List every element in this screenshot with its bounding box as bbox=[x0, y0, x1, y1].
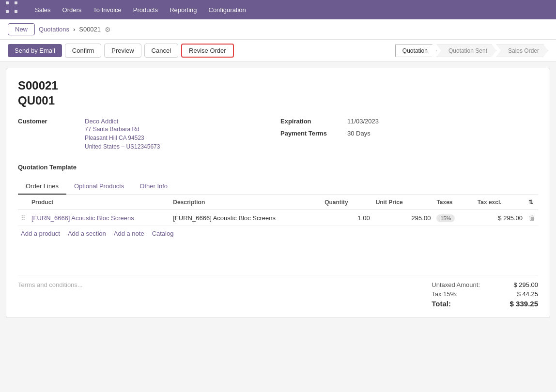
status-trail: Quotation Quotation Sent Sales Order bbox=[396, 45, 548, 57]
breadcrumb-parent[interactable]: Quotations bbox=[39, 26, 69, 33]
breadcrumb-current: S00021 bbox=[79, 26, 101, 33]
new-button[interactable]: New bbox=[8, 23, 35, 35]
payment-terms-label: Payment Terms bbox=[280, 130, 343, 137]
nav-configuration[interactable]: Configuration bbox=[204, 4, 251, 15]
terms-conditions[interactable]: Terms and conditions... bbox=[18, 281, 83, 288]
revise-order-button[interactable]: Revise Order bbox=[181, 44, 234, 58]
quotation-template-label: Quotation Template bbox=[18, 164, 81, 171]
tax-value: $ 44.25 bbox=[499, 290, 538, 298]
expiration-section: Expiration 11/03/2023 Payment Terms 30 D… bbox=[280, 118, 538, 154]
document-title: S00021 QU001 bbox=[18, 78, 538, 108]
send-by-email-button[interactable]: Send by Email bbox=[8, 44, 62, 57]
order-lines-table: Product Description Quantity Unit Price … bbox=[18, 195, 538, 226]
footer-area: Terms and conditions... Untaxed Amount: … bbox=[18, 275, 538, 308]
customer-name-link[interactable]: Deco Addict bbox=[85, 118, 118, 125]
tab-order-lines[interactable]: Order Lines bbox=[18, 179, 66, 195]
catalog-link[interactable]: Catalog bbox=[152, 230, 174, 237]
tax-badge[interactable]: 15% bbox=[436, 214, 455, 222]
tabs-bar: Order Lines Optional Products Other Info bbox=[18, 179, 538, 195]
nav-reporting[interactable]: Reporting bbox=[165, 4, 201, 15]
cancel-button[interactable]: Cancel bbox=[144, 44, 178, 58]
row-taxes: 15% bbox=[433, 210, 474, 226]
drag-handle[interactable]: ⠿ bbox=[21, 214, 26, 222]
customer-value: Deco Addict 77 Santa Barbara Rd Pleasant… bbox=[85, 118, 160, 151]
status-sales-order[interactable]: Sales Order bbox=[496, 45, 548, 57]
customer-address-line1: 77 Santa Barbara Rd bbox=[85, 125, 160, 134]
customer-section: Customer Deco Addict 77 Santa Barbara Rd… bbox=[18, 118, 276, 154]
row-tax-excl: $ 295.00 bbox=[475, 210, 525, 226]
col-header-description: Description bbox=[170, 195, 322, 210]
add-actions-row: Add a product Add a section Add a note C… bbox=[18, 226, 538, 241]
nav-orders[interactable]: Orders bbox=[58, 4, 87, 15]
col-header-unit-price: Unit Price bbox=[373, 195, 434, 210]
row-product: [FURN_6666] Acoustic Bloc Screens bbox=[29, 210, 170, 226]
tax-label: Tax 15%: bbox=[432, 290, 457, 298]
status-quotation[interactable]: Quotation bbox=[395, 45, 437, 57]
nav-to-invoice[interactable]: To Invoice bbox=[88, 4, 126, 15]
expiration-label: Expiration bbox=[280, 118, 343, 125]
untaxed-value: $ 295.00 bbox=[499, 281, 538, 288]
totals-block: Untaxed Amount: $ 295.00 Tax 15%: $ 44.2… bbox=[432, 281, 538, 308]
preview-button[interactable]: Preview bbox=[104, 44, 141, 58]
app-grid-icon[interactable] bbox=[6, 1, 22, 18]
col-header-taxes: Taxes bbox=[433, 195, 474, 210]
customer-address-line3: United States – US12345673 bbox=[85, 142, 160, 151]
confirm-button[interactable]: Confirm bbox=[65, 44, 102, 58]
row-unit-price[interactable]: 295.00 bbox=[373, 210, 434, 226]
payment-terms-value[interactable]: 30 Days bbox=[347, 130, 371, 137]
main-content: S00021 QU001 Customer Deco Addict 77 San… bbox=[6, 68, 550, 318]
row-description: [FURN_6666] Acoustic Bloc Screens bbox=[170, 210, 322, 226]
row-quantity[interactable]: 1.00 bbox=[322, 210, 373, 226]
quotation-template-row: Quotation Template bbox=[18, 164, 538, 171]
table-row: ⠿ [FURN_6666] Acoustic Bloc Screens [FUR… bbox=[18, 210, 538, 226]
row-delete[interactable]: 🗑 bbox=[525, 210, 538, 226]
add-section-link[interactable]: Add a section bbox=[68, 230, 106, 237]
product-link[interactable]: [FURN_6666] Acoustic Bloc Screens bbox=[31, 214, 134, 222]
col-header-tax-excl: Tax excl. bbox=[475, 195, 525, 210]
customer-label: Customer bbox=[18, 118, 81, 151]
add-note-link[interactable]: Add a note bbox=[114, 230, 144, 237]
breadcrumb-separator: › bbox=[73, 26, 75, 33]
tab-other-info[interactable]: Other Info bbox=[132, 179, 175, 195]
tab-optional-products[interactable]: Optional Products bbox=[66, 179, 132, 195]
top-navigation: Sales Orders To Invoice Products Reporti… bbox=[0, 0, 556, 19]
add-product-link[interactable]: Add a product bbox=[21, 230, 60, 237]
untaxed-label: Untaxed Amount: bbox=[432, 281, 480, 288]
status-quotation-sent[interactable]: Quotation Sent bbox=[436, 45, 496, 57]
action-bar: Send by Email Confirm Preview Cancel Rev… bbox=[0, 40, 556, 62]
breadcrumb-bar: New Quotations › S00021 ⚙ bbox=[0, 19, 556, 40]
doc-ref1: S00021 bbox=[18, 79, 58, 92]
expiration-value[interactable]: 11/03/2023 bbox=[347, 118, 379, 125]
doc-ref2: QU001 bbox=[18, 94, 55, 107]
delete-icon[interactable]: 🗑 bbox=[528, 214, 535, 222]
col-header-adjust: ⇅ bbox=[525, 195, 538, 210]
info-grid: Customer Deco Addict 77 Santa Barbara Rd… bbox=[18, 118, 538, 154]
total-value: $ 339.25 bbox=[499, 300, 538, 308]
col-header-quantity: Quantity bbox=[322, 195, 373, 210]
nav-sales[interactable]: Sales bbox=[30, 4, 56, 15]
nav-products[interactable]: Products bbox=[128, 4, 163, 15]
settings-gear-icon[interactable]: ⚙ bbox=[105, 26, 111, 33]
col-header-product: Product bbox=[29, 195, 170, 210]
total-label: Total: bbox=[432, 300, 451, 308]
customer-address-line2: Pleasant Hill CA 94523 bbox=[85, 134, 160, 142]
terms-placeholder: Terms and conditions... bbox=[18, 281, 83, 288]
